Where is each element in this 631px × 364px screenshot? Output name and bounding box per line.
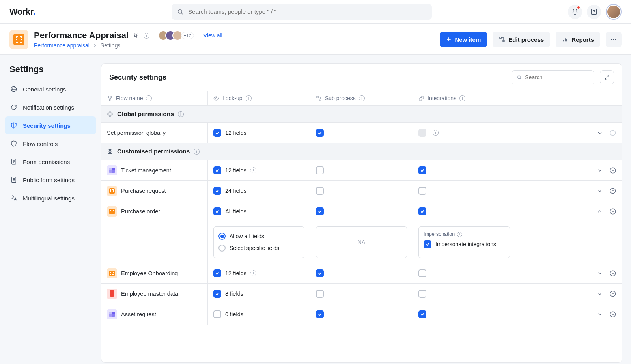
remove-button[interactable] [609, 290, 616, 297]
lookup-checkbox[interactable] [213, 129, 221, 137]
integrations-checkbox[interactable] [418, 187, 426, 195]
add-field-icon[interactable]: + [250, 270, 256, 276]
fields-count: 12 fields [225, 270, 246, 276]
panel-search[interactable] [512, 70, 594, 84]
global-search[interactable] [172, 4, 432, 20]
expand-toggle[interactable] [597, 270, 603, 276]
info-icon[interactable]: i [359, 95, 365, 101]
panel-search-input[interactable] [525, 74, 589, 80]
expand-toggle[interactable] [597, 188, 603, 194]
flow-type-icon [107, 206, 117, 217]
page-title: Performance Appraisal [34, 30, 129, 41]
row-name: Ticket management [121, 167, 171, 174]
subprocess-checkbox[interactable] [316, 129, 324, 137]
svg-line-1 [181, 13, 183, 14]
integrations-checkbox[interactable] [418, 290, 426, 298]
lookup-checkbox[interactable] [213, 290, 221, 298]
table-row: Purchase request 24 fields [101, 181, 622, 201]
remove-button[interactable] [609, 270, 616, 277]
reports-button[interactable]: Reports [556, 32, 600, 47]
lookup-checkbox[interactable] [213, 310, 221, 318]
reports-label: Reports [571, 36, 594, 43]
sidebar-item-label: Security settings [23, 122, 71, 129]
subprocess-checkbox[interactable] [316, 290, 324, 298]
info-icon[interactable]: i [246, 95, 252, 101]
link-icon [418, 95, 424, 101]
fields-count: 8 fields [225, 291, 243, 297]
remove-icon [609, 129, 616, 136]
global-search-input[interactable] [188, 8, 426, 15]
col-label: Integrations [428, 95, 456, 101]
info-icon[interactable]: i [457, 232, 462, 237]
expand-toggle[interactable] [597, 311, 603, 317]
sidebar-item-form-perm[interactable]: Form permissions [5, 153, 96, 171]
logo[interactable]: Workr. [9, 7, 35, 17]
impersonate-label: Impersonate integrations [435, 241, 496, 247]
info-icon[interactable]: i [178, 111, 184, 117]
svg-point-34 [216, 97, 217, 99]
info-icon[interactable]: i [194, 149, 200, 155]
sidebar-item-flow[interactable]: Flow controls [5, 134, 96, 153]
subprocess-checkbox[interactable] [316, 187, 324, 195]
sidebar-item-label: General settings [23, 86, 66, 93]
view-all-link[interactable]: View all [203, 32, 222, 39]
integrations-checkbox[interactable] [418, 310, 426, 318]
edit-process-button[interactable]: Edit process [493, 32, 550, 47]
help-button[interactable] [587, 5, 601, 19]
svg-point-0 [178, 9, 182, 13]
expanded-details: Allow all fields Select specific fields … [101, 222, 622, 263]
security-panel: Security settings Flow name i Look-up i [101, 63, 622, 363]
lookup-checkbox[interactable] [213, 187, 221, 195]
lookup-checkbox[interactable] [213, 166, 221, 174]
svg-rect-42 [108, 149, 110, 151]
radio-allow-all[interactable]: Allow all fields [218, 233, 299, 240]
expand-toggle[interactable] [597, 167, 603, 174]
info-icon[interactable]: i [433, 130, 439, 136]
contributors-stack[interactable]: +12 [161, 30, 194, 41]
radio-specific[interactable]: Select specific fields [218, 245, 299, 252]
sidebar-item-general[interactable]: General settings [5, 80, 96, 98]
integrations-checkbox[interactable] [418, 166, 426, 174]
remove-button[interactable] [609, 208, 616, 215]
subprocess-checkbox[interactable] [316, 207, 324, 215]
radio-icon [218, 233, 226, 240]
integrations-checkbox[interactable] [418, 269, 426, 277]
info-icon[interactable]: i [459, 95, 465, 101]
section-title: Customised permissions [117, 148, 190, 155]
subprocess-checkbox[interactable] [316, 310, 324, 318]
more-menu-button[interactable] [606, 32, 622, 47]
impersonate-checkbox[interactable] [424, 240, 431, 248]
add-field-icon[interactable]: + [250, 167, 256, 173]
table-header: Flow name i Look-up i Sub process i Inte… [101, 91, 622, 106]
expand-toggle[interactable] [597, 291, 603, 297]
integrations-checkbox[interactable] [418, 207, 426, 215]
notifications-button[interactable] [568, 5, 582, 19]
subprocess-checkbox[interactable] [316, 269, 324, 277]
lookup-checkbox[interactable] [213, 207, 221, 215]
collapse-toggle[interactable] [597, 208, 603, 215]
remove-button[interactable] [609, 187, 616, 194]
remove-button[interactable] [609, 311, 616, 318]
sidebar-item-public-form[interactable]: Public form settings [5, 171, 96, 189]
fields-count: 12 fields [225, 130, 246, 136]
fields-count: All fields [225, 208, 246, 215]
lookup-checkbox[interactable] [213, 269, 221, 277]
remove-button[interactable] [609, 167, 616, 174]
row-name: Employee Onboarding [121, 270, 178, 276]
sidebar-item-multilingual[interactable]: Multilingual settings [5, 189, 96, 207]
new-item-button[interactable]: New item [440, 32, 487, 47]
info-icon[interactable]: i [144, 33, 149, 39]
process-icon [9, 30, 28, 49]
flow-type-icon [107, 309, 117, 319]
subprocess-checkbox[interactable] [316, 166, 324, 174]
breadcrumb-parent[interactable]: Performance appraisal [34, 42, 90, 49]
fields-count: 12 fields [225, 167, 246, 174]
expand-button[interactable] [600, 70, 614, 84]
sidebar-item-notification[interactable]: Notification settings [5, 98, 96, 116]
avatar-overflow-count[interactable]: +12 [181, 32, 194, 39]
info-icon[interactable]: i [146, 95, 152, 101]
pin-icon[interactable] [133, 32, 140, 39]
expand-toggle[interactable] [597, 130, 603, 136]
sidebar-item-security[interactable]: Security settings [5, 116, 96, 134]
user-avatar[interactable] [606, 4, 622, 20]
